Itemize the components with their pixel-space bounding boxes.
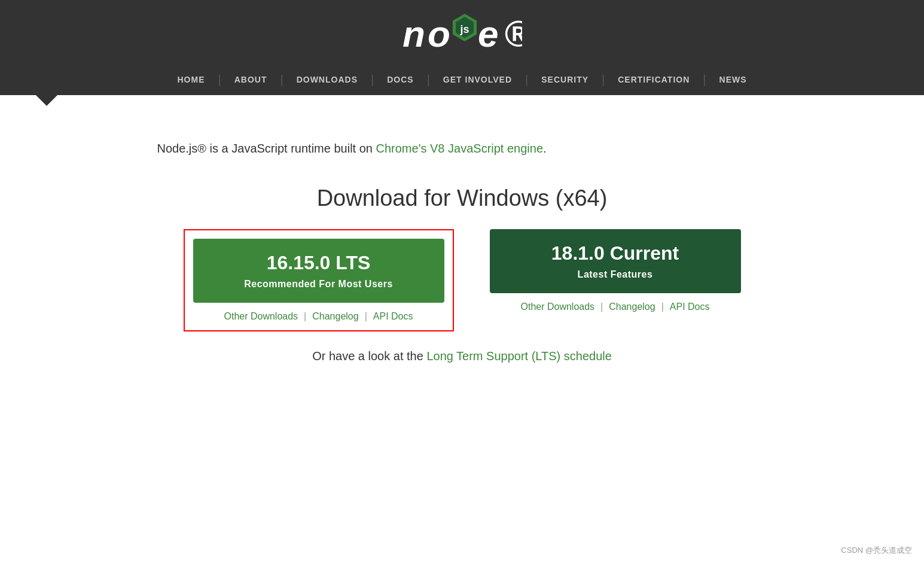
nav-links: HOME | ABOUT | DOWNLOADS | DOCS | GET IN… [0, 64, 924, 95]
current-sep-1: | [600, 302, 603, 312]
nav-security[interactable]: SECURITY [528, 64, 602, 95]
current-card: 18.1.0 Current Latest Features Other Dow… [490, 229, 741, 331]
nav-news[interactable]: NEWS [706, 64, 760, 95]
current-api-docs[interactable]: API Docs [670, 302, 710, 312]
lts-changelog[interactable]: Changelog [312, 311, 358, 322]
nav-logo: n o js e ® [402, 0, 522, 64]
svg-text:o: o [428, 13, 449, 54]
nav-arrow [36, 95, 57, 106]
download-section: 16.15.0 LTS Recommended For Most Users O… [157, 229, 767, 331]
lts-links: Other Downloads | Changelog | API Docs [224, 311, 413, 322]
lts-schedule-prefix: Or have a look at the [312, 349, 426, 363]
lts-desc: Recommended For Most Users [244, 279, 393, 290]
nodejs-logo: n o js e ® [402, 11, 522, 56]
lts-download-button[interactable]: 16.15.0 LTS Recommended For Most Users [193, 239, 444, 303]
current-download-button[interactable]: 18.1.0 Current Latest Features [490, 229, 741, 293]
current-links: Other Downloads | Changelog | API Docs [520, 302, 709, 312]
site-nav: n o js e ® HOME | ABOUT | DOWNLOADS | DO… [0, 0, 924, 95]
tagline: Node.js® is a JavaScript runtime built o… [157, 142, 767, 156]
lts-api-docs[interactable]: API Docs [373, 311, 413, 322]
svg-text:e: e [478, 13, 498, 54]
tagline-prefix: Node.js® is a JavaScript runtime built o… [157, 142, 376, 155]
current-version: 18.1.0 Current [551, 242, 679, 264]
current-sep-2: | [661, 302, 664, 312]
current-desc: Latest Features [578, 269, 653, 280]
tagline-link[interactable]: Chrome's V8 JavaScript engine [376, 142, 544, 155]
nav-downloads[interactable]: DOWNLOADS [283, 64, 371, 95]
download-title: Download for Windows (x64) [157, 185, 767, 211]
lts-schedule: Or have a look at the Long Term Support … [157, 349, 767, 363]
lts-sep-2: | [365, 311, 367, 322]
current-changelog[interactable]: Changelog [609, 302, 655, 312]
nav-docs[interactable]: DOCS [374, 64, 426, 95]
nav-about[interactable]: ABOUT [221, 64, 280, 95]
svg-text:n: n [402, 13, 424, 54]
svg-text:js: js [459, 23, 469, 35]
nav-home[interactable]: HOME [164, 64, 218, 95]
svg-text:®: ® [504, 13, 522, 54]
lts-schedule-link[interactable]: Long Term Support (LTS) schedule [426, 349, 611, 363]
tagline-suffix: . [543, 142, 547, 155]
nav-get-involved[interactable]: GET INVOLVED [430, 64, 525, 95]
main-content: Node.js® is a JavaScript runtime built o… [133, 106, 791, 387]
lts-version: 16.15.0 LTS [267, 252, 371, 274]
nav-certification[interactable]: CERTIFICATION [605, 64, 703, 95]
lts-card: 16.15.0 LTS Recommended For Most Users O… [184, 229, 454, 331]
lts-other-downloads[interactable]: Other Downloads [224, 311, 298, 322]
current-other-downloads[interactable]: Other Downloads [520, 302, 594, 312]
lts-sep-1: | [304, 311, 306, 322]
